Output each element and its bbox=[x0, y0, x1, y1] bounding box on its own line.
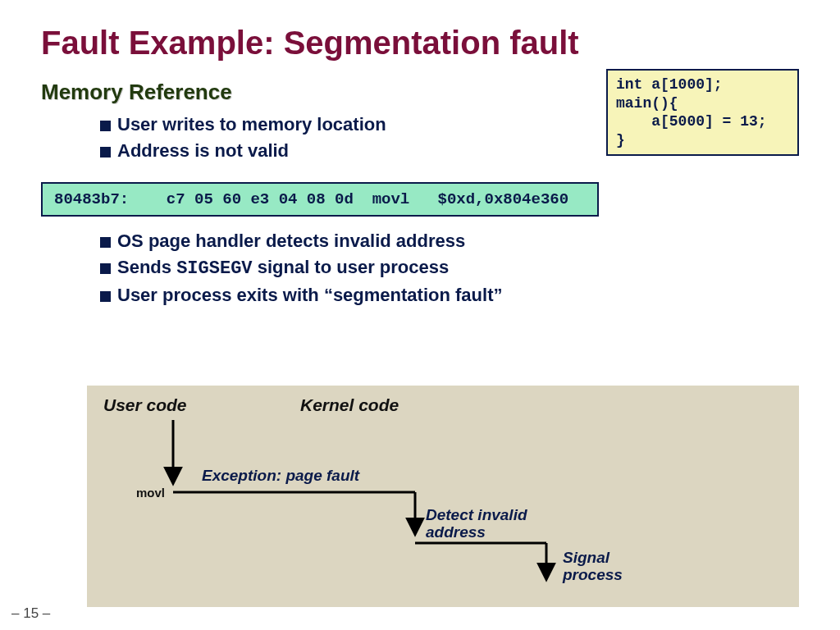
event-pagefault: Exception: page fault bbox=[202, 468, 359, 485]
slide-title: Fault Example: Segmentation fault bbox=[41, 25, 799, 62]
event-signal: Signal process bbox=[563, 550, 623, 584]
bullet-text: User writes to memory location bbox=[117, 112, 386, 138]
bullet-square-icon bbox=[100, 147, 111, 158]
list-item: OS page handler detects invalid address bbox=[100, 228, 799, 254]
bullet-square-icon bbox=[100, 237, 111, 248]
step-movl: movl bbox=[136, 486, 165, 500]
list-item: User process exits with “segmentation fa… bbox=[100, 282, 799, 308]
bullet-square-icon bbox=[100, 291, 111, 302]
flow-diagram: User code Kernel code movl Exception: pa… bbox=[87, 386, 799, 607]
diagram-arrows bbox=[87, 386, 799, 607]
event-detect: Detect invalid address bbox=[426, 507, 527, 541]
bullet-text: Sends SIGSEGV signal to user process bbox=[117, 254, 449, 282]
page-number: – 15 – bbox=[11, 605, 50, 622]
list-item: Sends SIGSEGV signal to user process bbox=[100, 254, 799, 282]
bottom-bullet-list: OS page handler detects invalid address … bbox=[100, 228, 799, 308]
assembly-line: 80483b7: c7 05 60 e3 04 08 0d movl $0xd,… bbox=[41, 182, 599, 217]
bullet-text: User process exits with “segmentation fa… bbox=[117, 282, 502, 308]
bullet-text: OS page handler detects invalid address bbox=[117, 228, 465, 254]
bullet-square-icon bbox=[100, 121, 111, 131]
bullet-text: Address is not valid bbox=[117, 138, 289, 164]
bullet-square-icon bbox=[100, 263, 111, 274]
source-code-box: int a[1000]; main(){ a[5000] = 13; } bbox=[606, 69, 799, 156]
